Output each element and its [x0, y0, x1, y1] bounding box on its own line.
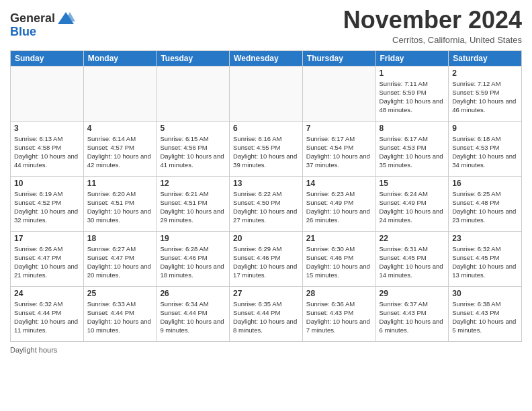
calendar-cell: 17Sunrise: 6:26 AM Sunset: 4:47 PM Dayli… [11, 231, 84, 286]
footer: Daylight hours [10, 346, 522, 354]
day-number: 10 [14, 179, 80, 188]
calendar-cell: 22Sunrise: 6:31 AM Sunset: 4:45 PM Dayli… [375, 231, 449, 286]
logo-icon [56, 9, 75, 28]
calendar-cell: 4Sunrise: 6:14 AM Sunset: 4:57 PM Daylig… [83, 121, 157, 176]
calendar-cell: 28Sunrise: 6:36 AM Sunset: 4:43 PM Dayli… [302, 286, 375, 341]
day-info: Sunrise: 6:21 AM Sunset: 4:51 PM Dayligh… [160, 189, 226, 225]
calendar-cell: 18Sunrise: 6:27 AM Sunset: 4:47 PM Dayli… [83, 231, 157, 286]
day-number: 27 [233, 289, 299, 298]
day-info: Sunrise: 6:17 AM Sunset: 4:54 PM Dayligh… [306, 134, 372, 170]
calendar-cell: 7Sunrise: 6:17 AM Sunset: 4:54 PM Daylig… [302, 121, 375, 176]
calendar-header-row: SundayMondayTuesdayWednesdayThursdayFrid… [11, 50, 522, 66]
location: Cerritos, California, United States [343, 35, 522, 45]
day-number: 20 [233, 234, 299, 243]
day-number: 9 [452, 124, 518, 133]
day-number: 23 [452, 234, 518, 243]
day-info: Sunrise: 6:28 AM Sunset: 4:46 PM Dayligh… [160, 244, 226, 280]
day-info: Sunrise: 6:25 AM Sunset: 4:48 PM Dayligh… [452, 189, 518, 225]
day-number: 4 [87, 124, 153, 133]
day-info: Sunrise: 6:19 AM Sunset: 4:52 PM Dayligh… [14, 189, 80, 225]
day-info: Sunrise: 6:17 AM Sunset: 4:53 PM Dayligh… [380, 134, 445, 170]
day-number: 24 [14, 289, 80, 298]
day-header-tuesday: Tuesday [157, 50, 230, 66]
calendar-cell: 19Sunrise: 6:28 AM Sunset: 4:46 PM Dayli… [157, 231, 230, 286]
day-number: 30 [452, 289, 518, 298]
day-header-thursday: Thursday [302, 50, 375, 66]
logo: General Blue [10, 9, 75, 39]
day-info: Sunrise: 6:24 AM Sunset: 4:49 PM Dayligh… [380, 189, 445, 225]
calendar-cell: 1Sunrise: 7:11 AM Sunset: 5:59 PM Daylig… [375, 66, 449, 121]
day-info: Sunrise: 7:11 AM Sunset: 5:59 PM Dayligh… [380, 79, 445, 115]
day-info: Sunrise: 6:15 AM Sunset: 4:56 PM Dayligh… [160, 134, 226, 170]
day-info: Sunrise: 6:32 AM Sunset: 4:44 PM Dayligh… [14, 300, 80, 335]
month-title: November 2024 [343, 7, 522, 34]
calendar-cell: 11Sunrise: 6:20 AM Sunset: 4:51 PM Dayli… [83, 176, 157, 231]
daylight-label: Daylight hours [10, 346, 57, 354]
day-info: Sunrise: 6:32 AM Sunset: 4:45 PM Dayligh… [452, 244, 518, 280]
page-container: General Blue November 2024 Cerritos, Cal… [0, 0, 532, 411]
day-info: Sunrise: 6:20 AM Sunset: 4:51 PM Dayligh… [87, 189, 153, 225]
day-info: Sunrise: 6:13 AM Sunset: 4:58 PM Dayligh… [14, 134, 80, 170]
day-number: 12 [160, 179, 226, 188]
day-number: 17 [14, 234, 80, 243]
day-number: 2 [452, 68, 518, 78]
day-info: Sunrise: 6:33 AM Sunset: 4:44 PM Dayligh… [87, 300, 153, 335]
day-info: Sunrise: 6:23 AM Sunset: 4:49 PM Dayligh… [306, 189, 372, 225]
logo-text-block: General Blue [10, 9, 75, 39]
day-number: 25 [87, 289, 153, 298]
day-info: Sunrise: 6:14 AM Sunset: 4:57 PM Dayligh… [87, 134, 153, 170]
calendar-cell: 10Sunrise: 6:19 AM Sunset: 4:52 PM Dayli… [11, 176, 84, 231]
calendar-cell: 3Sunrise: 6:13 AM Sunset: 4:58 PM Daylig… [11, 121, 84, 176]
calendar-cell [83, 66, 157, 121]
day-info: Sunrise: 6:18 AM Sunset: 4:53 PM Dayligh… [452, 134, 518, 170]
calendar-cell: 27Sunrise: 6:35 AM Sunset: 4:44 PM Dayli… [230, 286, 303, 341]
day-number: 7 [306, 124, 372, 133]
day-info: Sunrise: 6:37 AM Sunset: 4:43 PM Dayligh… [380, 300, 445, 335]
day-info: Sunrise: 6:27 AM Sunset: 4:47 PM Dayligh… [87, 244, 153, 280]
day-info: Sunrise: 7:12 AM Sunset: 5:59 PM Dayligh… [452, 79, 518, 115]
calendar-cell: 6Sunrise: 6:16 AM Sunset: 4:55 PM Daylig… [230, 121, 303, 176]
calendar-cell: 2Sunrise: 7:12 AM Sunset: 5:59 PM Daylig… [449, 66, 522, 121]
title-block: November 2024 Cerritos, California, Unit… [343, 7, 522, 45]
day-info: Sunrise: 6:22 AM Sunset: 4:50 PM Dayligh… [233, 189, 299, 225]
day-number: 19 [160, 234, 226, 243]
day-header-wednesday: Wednesday [230, 50, 303, 66]
day-number: 21 [306, 234, 372, 243]
calendar-cell: 12Sunrise: 6:21 AM Sunset: 4:51 PM Dayli… [157, 176, 230, 231]
day-info: Sunrise: 6:26 AM Sunset: 4:47 PM Dayligh… [14, 244, 80, 280]
day-number: 13 [233, 179, 299, 188]
calendar-cell: 9Sunrise: 6:18 AM Sunset: 4:53 PM Daylig… [449, 121, 522, 176]
calendar-cell: 13Sunrise: 6:22 AM Sunset: 4:50 PM Dayli… [230, 176, 303, 231]
day-number: 29 [380, 289, 445, 298]
day-header-sunday: Sunday [11, 50, 84, 66]
calendar-cell [11, 66, 84, 121]
calendar-week-row: 24Sunrise: 6:32 AM Sunset: 4:44 PM Dayli… [11, 286, 522, 341]
calendar-cell: 14Sunrise: 6:23 AM Sunset: 4:49 PM Dayli… [302, 176, 375, 231]
day-info: Sunrise: 6:29 AM Sunset: 4:46 PM Dayligh… [233, 244, 299, 280]
calendar-cell: 23Sunrise: 6:32 AM Sunset: 4:45 PM Dayli… [449, 231, 522, 286]
day-info: Sunrise: 6:38 AM Sunset: 4:43 PM Dayligh… [452, 300, 518, 335]
day-info: Sunrise: 6:36 AM Sunset: 4:43 PM Dayligh… [306, 300, 372, 335]
calendar-cell: 21Sunrise: 6:30 AM Sunset: 4:46 PM Dayli… [302, 231, 375, 286]
day-number: 16 [452, 179, 518, 188]
day-number: 22 [380, 234, 445, 243]
day-number: 14 [306, 179, 372, 188]
calendar-cell [230, 66, 303, 121]
day-number: 28 [306, 289, 372, 298]
day-info: Sunrise: 6:30 AM Sunset: 4:46 PM Dayligh… [306, 244, 372, 280]
calendar-cell: 24Sunrise: 6:32 AM Sunset: 4:44 PM Dayli… [11, 286, 84, 341]
day-number: 15 [380, 179, 445, 188]
calendar-week-row: 17Sunrise: 6:26 AM Sunset: 4:47 PM Dayli… [11, 231, 522, 286]
calendar-cell [157, 66, 230, 121]
day-header-monday: Monday [83, 50, 157, 66]
day-number: 6 [233, 124, 299, 133]
calendar-cell: 15Sunrise: 6:24 AM Sunset: 4:49 PM Dayli… [375, 176, 449, 231]
day-info: Sunrise: 6:35 AM Sunset: 4:44 PM Dayligh… [233, 300, 299, 335]
day-info: Sunrise: 6:34 AM Sunset: 4:44 PM Dayligh… [160, 300, 226, 335]
day-header-friday: Friday [375, 50, 449, 66]
calendar-week-row: 1Sunrise: 7:11 AM Sunset: 5:59 PM Daylig… [11, 66, 522, 121]
calendar-cell: 20Sunrise: 6:29 AM Sunset: 4:46 PM Dayli… [230, 231, 303, 286]
calendar-cell: 8Sunrise: 6:17 AM Sunset: 4:53 PM Daylig… [375, 121, 449, 176]
calendar-week-row: 10Sunrise: 6:19 AM Sunset: 4:52 PM Dayli… [11, 176, 522, 231]
day-number: 8 [380, 124, 445, 133]
